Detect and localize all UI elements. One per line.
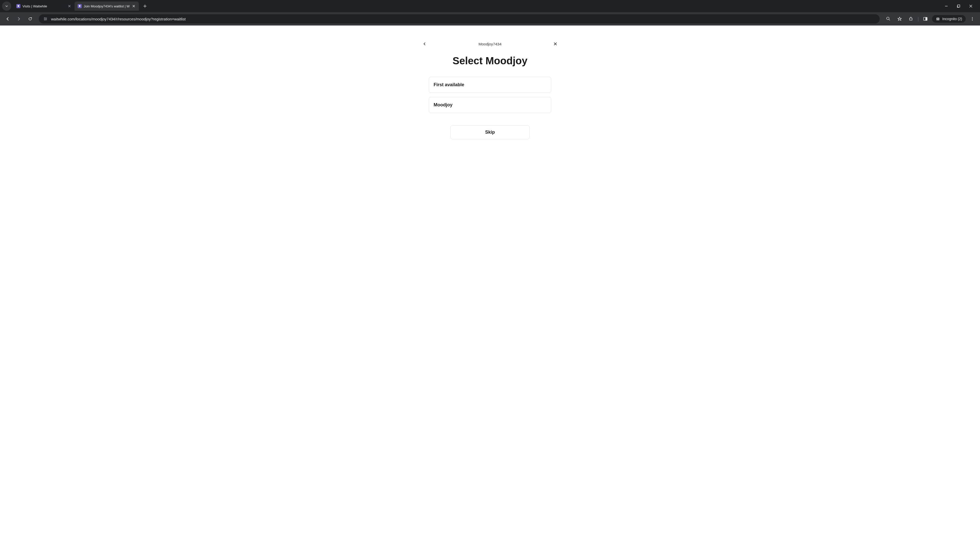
arrow-right-icon	[17, 17, 21, 21]
tune-icon	[43, 17, 48, 21]
svg-rect-0	[958, 5, 960, 7]
tab-visits[interactable]: Visits | Waitwhile	[13, 2, 75, 11]
minimize-icon	[945, 4, 948, 8]
incognito-label: Incognito (2)	[942, 17, 962, 21]
page-content: Moodjoy7434 Select Moodjoy First availab…	[0, 25, 980, 551]
location-name: Moodjoy7434	[479, 42, 501, 46]
maximize-icon	[957, 4, 960, 8]
skip-label: Skip	[485, 130, 495, 135]
back-button[interactable]	[3, 14, 12, 24]
site-info-button[interactable]	[43, 16, 48, 21]
dots-vertical-icon	[970, 17, 975, 21]
chevron-down-icon	[5, 5, 8, 8]
reload-button[interactable]	[25, 14, 35, 24]
page-title: Select Moodjoy	[0, 55, 980, 67]
svg-point-4	[886, 17, 889, 20]
panel-icon	[923, 17, 928, 21]
browser-chrome: Visits | Waitwhile Join Moodjoy7434's wa…	[0, 0, 980, 25]
arrow-left-icon	[5, 17, 10, 21]
maximize-button[interactable]	[956, 3, 962, 9]
minimize-button[interactable]	[943, 3, 950, 9]
tab-close-button[interactable]	[67, 4, 72, 8]
puzzle-icon	[908, 17, 913, 21]
svg-point-2	[46, 19, 47, 19]
plus-icon	[143, 4, 147, 8]
svg-point-10	[972, 19, 973, 19]
address-bar[interactable]: waitwhile.com/locations/moodjoy7434/r/re…	[39, 14, 880, 24]
skip-button[interactable]: Skip	[450, 125, 530, 139]
chevron-left-icon	[423, 42, 426, 46]
reload-icon	[28, 17, 32, 21]
tab-title: Join Moodjoy7434's waitlist | W	[84, 4, 130, 8]
url-text: waitwhile.com/locations/moodjoy7434/r/re…	[51, 17, 876, 21]
svg-point-1	[45, 17, 45, 18]
incognito-icon	[935, 17, 940, 21]
close-icon	[132, 5, 135, 7]
close-icon	[68, 5, 71, 7]
close-icon	[969, 4, 973, 8]
options-container: First available Moodjoy	[429, 77, 551, 113]
svg-point-9	[972, 17, 973, 18]
tab-search-dropdown[interactable]	[2, 2, 11, 11]
side-panel-button[interactable]	[921, 14, 930, 24]
tab-strip: Visits | Waitwhile Join Moodjoy7434's wa…	[0, 0, 980, 12]
close-icon	[554, 42, 557, 46]
svg-point-8	[938, 19, 939, 20]
star-icon	[897, 17, 902, 21]
toolbar-right: | Incognito (2)	[884, 14, 977, 24]
svg-point-7	[937, 19, 938, 20]
option-label: Moodjoy	[434, 102, 546, 108]
option-first-available[interactable]: First available	[429, 77, 551, 93]
svg-rect-6	[926, 17, 927, 21]
divider: |	[918, 16, 919, 22]
tab-close-button[interactable]	[132, 4, 136, 8]
modal-header: Moodjoy7434	[418, 40, 562, 48]
svg-point-3	[45, 20, 45, 21]
favicon-icon	[16, 4, 21, 8]
option-moodjoy[interactable]: Moodjoy	[429, 97, 551, 113]
search-icon	[886, 17, 891, 21]
svg-point-11	[972, 20, 973, 21]
zoom-button[interactable]	[884, 14, 893, 24]
modal-close-button[interactable]	[551, 40, 559, 48]
window-controls	[943, 3, 978, 9]
toolbar: waitwhile.com/locations/moodjoy7434/r/re…	[0, 12, 980, 25]
menu-button[interactable]	[968, 14, 977, 24]
extensions-button[interactable]	[906, 14, 915, 24]
option-label: First available	[434, 82, 546, 87]
bookmark-button[interactable]	[895, 14, 904, 24]
modal-back-button[interactable]	[421, 40, 429, 48]
tab-title: Visits | Waitwhile	[22, 4, 65, 8]
incognito-badge[interactable]: Incognito (2)	[932, 15, 966, 23]
favicon-icon	[78, 4, 82, 8]
forward-button[interactable]	[14, 14, 24, 24]
close-window-button[interactable]	[968, 3, 974, 9]
tab-join-waitlist[interactable]: Join Moodjoy7434's waitlist | W	[75, 2, 139, 11]
new-tab-button[interactable]	[141, 2, 149, 10]
